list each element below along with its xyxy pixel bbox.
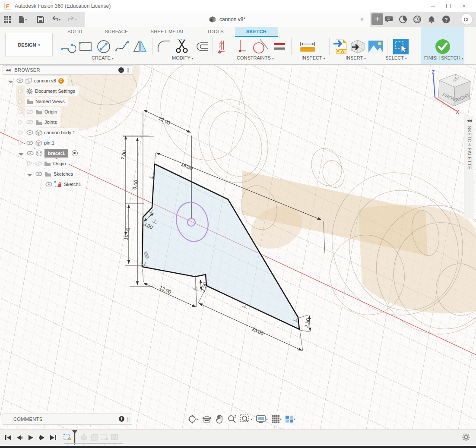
workspace-selector[interactable]: DESIGN ▾	[5, 33, 53, 57]
dimension-value[interactable]: 12.00	[158, 116, 171, 126]
sketch-palette-collapsed[interactable]: ◀◀ SKETCH PALETTE	[464, 116, 474, 219]
expand-closed-icon[interactable]	[19, 141, 22, 145]
orbit-button[interactable]: ▾	[187, 413, 200, 425]
timeline-feature-hole[interactable]	[111, 433, 119, 441]
add-comment-icon[interactable]	[119, 416, 124, 422]
timeline-play-button[interactable]	[26, 433, 35, 442]
timeline-step-back-button[interactable]	[15, 433, 24, 442]
minimize-button[interactable]	[427, 2, 439, 10]
browser-item-label-selected[interactable]: brace:1	[44, 149, 68, 158]
eye-icon[interactable]	[35, 172, 42, 176]
browser-row-doc-settings[interactable]: Document Settings	[3, 86, 132, 96]
browser-header[interactable]: ◀◀ BROWSER ||	[3, 65, 132, 75]
browser-item-label[interactable]: Sketch1	[64, 182, 81, 187]
browser-item-label[interactable]: Origin	[44, 109, 57, 114]
extensions-button[interactable]	[398, 15, 408, 24]
browser-hide-icon[interactable]	[118, 67, 124, 73]
redo-button[interactable]: ▾	[67, 14, 77, 25]
browser-row-cannon-body[interactable]: cannon body:1	[3, 127, 132, 138]
browser-item-label[interactable]: Joints	[44, 120, 57, 125]
browser-row-origin[interactable]: Origin	[3, 107, 132, 117]
close-button[interactable]: ×	[458, 2, 470, 10]
eye-icon[interactable]	[45, 182, 52, 186]
timeline-playhead[interactable]	[72, 430, 78, 445]
timeline-feature-extrude[interactable]	[79, 433, 88, 441]
viewports-button[interactable]: ▾	[284, 414, 296, 424]
browser-item-label[interactable]: cannon body:1	[44, 130, 75, 135]
comments-grip-icon[interactable]: ||	[127, 416, 130, 422]
select-button[interactable]	[392, 38, 409, 55]
browser-grip-icon[interactable]: ||	[127, 67, 129, 73]
browser-row-brace-origin[interactable]: Origin	[3, 158, 132, 169]
constraints-group-dropdown[interactable]: CONSTRAINTS ▾	[237, 55, 274, 60]
expand-closed-icon[interactable]	[19, 89, 22, 93]
expand-open-icon[interactable]	[18, 151, 23, 156]
eye-off-icon[interactable]	[26, 110, 33, 114]
modify-trim-button[interactable]	[174, 38, 191, 55]
tab-solid[interactable]: SOLID	[56, 27, 94, 37]
dimension-value[interactable]: 13.00	[159, 285, 172, 295]
browser-item-label[interactable]: Document Settings	[35, 88, 75, 94]
insert-svg-button[interactable]: SVG	[332, 38, 349, 55]
undo-button[interactable]: ▾	[51, 14, 60, 25]
browser-item-label[interactable]: Origin	[53, 161, 66, 166]
timeline-feature-sketch2[interactable]	[100, 433, 109, 441]
timeline-feature-sketch1[interactable]	[63, 433, 72, 441]
pan-button[interactable]	[214, 413, 225, 425]
timeline-go-to-end-button[interactable]	[48, 433, 58, 442]
help-button[interactable]: ?	[441, 15, 451, 24]
constraint-tangent-button[interactable]	[251, 38, 269, 55]
comments-toggle-button[interactable]	[384, 15, 394, 24]
eye-off-icon[interactable]	[35, 161, 42, 166]
browser-row-joints[interactable]: Joints	[3, 117, 132, 127]
save-button[interactable]	[37, 14, 44, 25]
browser-item-label[interactable]: cannon v8	[34, 78, 56, 83]
fit-button[interactable]: ▾	[239, 413, 253, 425]
create-group-dropdown[interactable]: CREATE ▾	[92, 55, 114, 60]
timeline-go-to-start-button[interactable]	[3, 433, 13, 442]
expand-open-icon[interactable]	[27, 171, 32, 177]
browser-row-root[interactable]: cannon v8 C	[3, 76, 132, 86]
finish-sketch-button[interactable]	[434, 38, 451, 55]
modify-fillet-button[interactable]	[155, 38, 173, 55]
comments-bar[interactable]: COMMENTS ||	[3, 413, 132, 425]
modify-offset-button[interactable]	[193, 38, 210, 55]
dimension-value[interactable]: 10.00	[123, 227, 131, 241]
timeline-step-forward-button[interactable]	[37, 433, 47, 442]
browser-item-label[interactable]: Sketches	[54, 171, 73, 177]
app-grid-button[interactable]	[3, 14, 11, 25]
constraint-dimension-button[interactable]	[216, 38, 233, 55]
browser-row-sketches[interactable]: Sketches	[3, 169, 132, 179]
insert-group-dropdown[interactable]: INSERT ▾	[346, 55, 366, 60]
timeline-feature-fillet[interactable]	[90, 433, 98, 441]
expand-open-icon[interactable]	[8, 78, 13, 83]
palette-expand-icon[interactable]: ◀◀	[467, 119, 471, 123]
modify-group-dropdown[interactable]: MODIFY ▾	[172, 55, 194, 60]
browser-row-brace[interactable]: brace:1	[3, 148, 132, 158]
browser-row-named-views[interactable]: Named Views	[3, 96, 132, 107]
notifications-button[interactable]	[426, 15, 437, 24]
job-status-button[interactable]	[412, 15, 422, 24]
tab-close-button[interactable]: ×	[358, 15, 366, 24]
browser-row-sketch1[interactable]: Sketch1	[3, 179, 132, 189]
tab-surface[interactable]: SURFACE	[94, 27, 140, 37]
display-settings-button[interactable]: ▾	[255, 414, 269, 424]
insert-mesh-button[interactable]	[349, 38, 366, 55]
document-tab[interactable]: cannon v8* ×	[85, 12, 370, 27]
create-line-button[interactable]	[60, 38, 77, 55]
insert-canvas-button[interactable]	[367, 38, 384, 55]
browser-item-label[interactable]: Named Views	[35, 99, 65, 104]
expand-closed-icon[interactable]	[19, 130, 22, 135]
expand-closed-icon[interactable]	[19, 110, 22, 114]
tab-sketch[interactable]: SKETCH	[235, 27, 278, 37]
zoom-button[interactable]	[226, 413, 238, 425]
grid-layout-button[interactable]: ▾	[270, 414, 282, 424]
expand-closed-icon[interactable]	[28, 161, 31, 166]
select-group-dropdown[interactable]: SELECT ▾	[385, 55, 407, 60]
expand-closed-icon[interactable]	[19, 99, 22, 104]
activate-component-radio[interactable]	[72, 150, 78, 156]
expand-closed-icon[interactable]	[19, 120, 22, 124]
create-mirror-button[interactable]	[131, 38, 149, 55]
finish-sketch-dropdown[interactable]: FINISH SKETCH ▾	[424, 55, 463, 60]
browser-item-label[interactable]: pin:1	[44, 140, 54, 145]
